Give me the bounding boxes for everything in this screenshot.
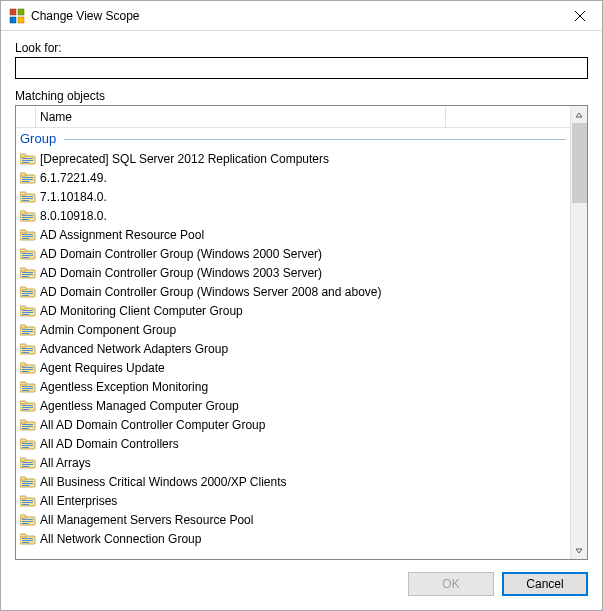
column-header-rest (446, 106, 570, 127)
group-label: Group (20, 131, 56, 146)
list-item-label: All Management Servers Resource Pool (40, 513, 253, 527)
list-item-label: 8.0.10918.0. (40, 209, 107, 223)
list-item[interactable]: 6.1.7221.49. (16, 168, 570, 187)
matching-objects-list[interactable]: Name Group [Deprecated] SQL Server 2012 … (15, 105, 588, 560)
list-content: Name Group [Deprecated] SQL Server 2012 … (16, 106, 570, 559)
list-item[interactable]: Advanced Network Adapters Group (16, 339, 570, 358)
list-item-label: AD Domain Controller Group (Windows Serv… (40, 285, 382, 299)
list-item[interactable]: Admin Component Group (16, 320, 570, 339)
list-item[interactable]: AD Domain Controller Group (Windows 2000… (16, 244, 570, 263)
list-item[interactable]: Agent Requires Update (16, 358, 570, 377)
svg-rect-99 (22, 502, 33, 503)
cancel-button[interactable]: Cancel (502, 572, 588, 596)
list-item-label: All Enterprises (40, 494, 117, 508)
svg-rect-23 (22, 215, 33, 216)
list-item[interactable]: 8.0.10918.0. (16, 206, 570, 225)
svg-rect-85 (22, 447, 29, 448)
svg-rect-35 (22, 257, 29, 258)
svg-rect-107 (20, 534, 26, 537)
list-item-label: AD Monitoring Client Computer Group (40, 304, 243, 318)
svg-rect-42 (20, 287, 26, 290)
svg-rect-97 (20, 496, 26, 499)
list-item-label: Admin Component Group (40, 323, 176, 337)
list-item[interactable]: Agentless Managed Computer Group (16, 396, 570, 415)
list-item[interactable]: AD Assignment Resource Pool (16, 225, 570, 244)
svg-rect-72 (20, 401, 26, 404)
svg-rect-13 (22, 177, 33, 178)
scroll-down-button[interactable] (571, 542, 587, 559)
svg-rect-25 (22, 219, 29, 220)
list-item[interactable]: AD Domain Controller Group (Windows 2003… (16, 263, 570, 282)
svg-rect-79 (22, 426, 33, 427)
svg-rect-67 (20, 382, 26, 385)
scroll-thumb[interactable] (572, 123, 587, 203)
svg-rect-100 (22, 504, 29, 505)
column-header-spacer (16, 106, 36, 127)
svg-rect-30 (22, 238, 29, 239)
vertical-scrollbar[interactable] (570, 106, 587, 559)
svg-rect-89 (22, 464, 33, 465)
window-title: Change View Scope (31, 9, 557, 23)
scroll-track[interactable] (571, 123, 587, 542)
list-item[interactable]: 7.1.10184.0. (16, 187, 570, 206)
group-header: Group (16, 128, 570, 149)
svg-rect-83 (22, 443, 33, 444)
svg-rect-64 (22, 369, 33, 370)
svg-rect-105 (22, 523, 29, 524)
list-item-label: All Arrays (40, 456, 91, 470)
group-icon (20, 362, 36, 374)
chevron-up-icon (575, 112, 583, 118)
svg-rect-53 (22, 329, 33, 330)
list-item-label: AD Domain Controller Group (Windows 2003… (40, 266, 322, 280)
svg-rect-63 (22, 367, 33, 368)
list-item[interactable]: AD Domain Controller Group (Windows Serv… (16, 282, 570, 301)
svg-rect-0 (10, 9, 16, 15)
list-item-label: All AD Domain Controller Computer Group (40, 418, 265, 432)
svg-rect-70 (22, 390, 29, 391)
group-icon (20, 438, 36, 450)
list-item[interactable]: AD Monitoring Client Computer Group (16, 301, 570, 320)
list-item-label: Agentless Exception Monitoring (40, 380, 208, 394)
list-item[interactable]: All AD Domain Controllers (16, 434, 570, 453)
svg-rect-62 (20, 363, 26, 366)
titlebar: Change View Scope (1, 1, 602, 31)
dialog-window: Change View Scope Look for: Matching obj… (0, 0, 603, 611)
svg-rect-95 (22, 485, 29, 486)
list-item[interactable]: Agentless Exception Monitoring (16, 377, 570, 396)
svg-rect-45 (22, 295, 29, 296)
svg-rect-58 (22, 348, 33, 349)
svg-rect-65 (22, 371, 29, 372)
list-item-label: Agentless Managed Computer Group (40, 399, 239, 413)
list-rows: [Deprecated] SQL Server 2012 Replication… (16, 149, 570, 548)
svg-rect-29 (22, 236, 33, 237)
group-icon (20, 400, 36, 412)
svg-rect-74 (22, 407, 33, 408)
svg-rect-75 (22, 409, 29, 410)
svg-rect-18 (22, 196, 33, 197)
list-item[interactable]: All Enterprises (16, 491, 570, 510)
list-item[interactable]: All Management Servers Resource Pool (16, 510, 570, 529)
group-icon (20, 210, 36, 222)
svg-rect-27 (20, 230, 26, 233)
svg-rect-44 (22, 293, 33, 294)
column-header-name[interactable]: Name (36, 106, 446, 127)
group-icon (20, 476, 36, 488)
list-item[interactable]: [Deprecated] SQL Server 2012 Replication… (16, 149, 570, 168)
list-item[interactable]: All Business Critical Windows 2000/XP Cl… (16, 472, 570, 491)
scroll-up-button[interactable] (571, 106, 587, 123)
group-icon (20, 191, 36, 203)
close-button[interactable] (557, 1, 602, 30)
list-item[interactable]: All AD Domain Controller Computer Group (16, 415, 570, 434)
svg-rect-104 (22, 521, 33, 522)
lookfor-input[interactable] (15, 57, 588, 79)
group-icon (20, 381, 36, 393)
svg-rect-38 (22, 272, 33, 273)
svg-rect-94 (22, 483, 33, 484)
svg-rect-14 (22, 179, 33, 180)
svg-rect-52 (20, 325, 26, 328)
list-item[interactable]: All Network Connection Group (16, 529, 570, 548)
list-item-label: AD Assignment Resource Pool (40, 228, 204, 242)
list-item[interactable]: All Arrays (16, 453, 570, 472)
group-icon (20, 457, 36, 469)
svg-rect-12 (20, 173, 26, 176)
